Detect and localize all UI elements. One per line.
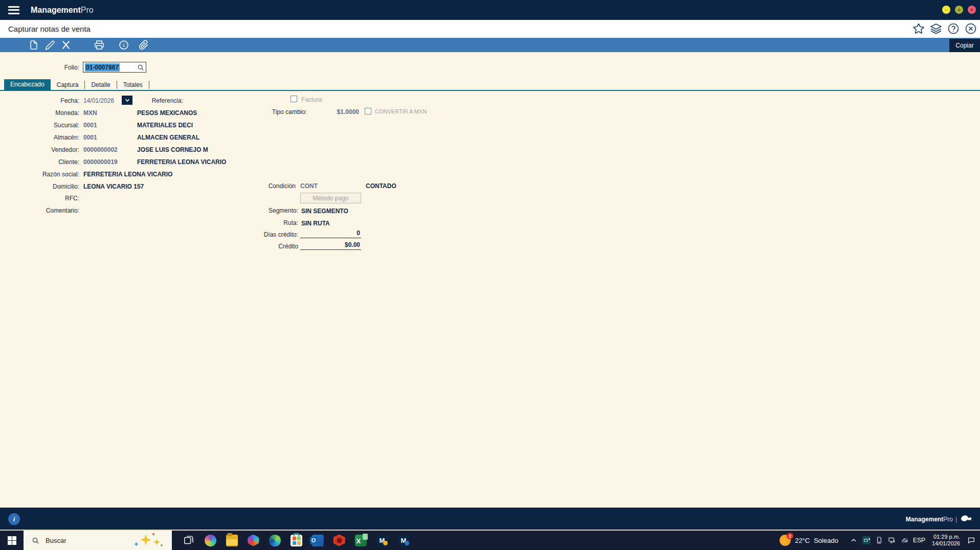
hidden-icons-chevron[interactable] — [849, 536, 858, 545]
sparkle-green-dot — [161, 544, 163, 546]
sucursal-code[interactable]: 0001 — [83, 122, 97, 129]
sparkle-blue-icon — [134, 542, 139, 546]
comentario-label: Comentario: — [3, 207, 79, 214]
layers-icon[interactable] — [930, 22, 942, 35]
weather-desc: Soleado — [814, 537, 838, 544]
tab-detalle[interactable]: Detalle — [85, 81, 117, 89]
moneda-code[interactable]: MXN — [83, 109, 97, 117]
maximize-button[interactable]: + — [955, 6, 963, 14]
sucursal-label: Sucursal: — [3, 122, 79, 129]
footer-brand: ManagementPro | — [906, 514, 973, 524]
managementpro-yellow-icon[interactable]: M — [371, 531, 393, 550]
menu-hamburger-icon[interactable] — [8, 6, 19, 14]
search-text: Buscar — [46, 537, 66, 544]
razon-social-value: FERRETERIA LEONA VICARIO — [83, 171, 172, 178]
favorite-star-icon[interactable] — [912, 22, 925, 35]
application-window: ManagementPro – + × Capturar notas de ve… — [0, 0, 980, 550]
edge-icon[interactable] — [264, 531, 285, 550]
fecha-value[interactable]: 14/01/2026 — [83, 97, 114, 104]
attachment-icon[interactable] — [139, 40, 149, 50]
copy-button[interactable]: Copiar — [949, 39, 980, 52]
minimize-button[interactable]: – — [942, 6, 950, 14]
search-icon[interactable] — [137, 64, 144, 71]
tipo-cambio-label: Tipo cambio: — [215, 108, 307, 116]
copilot-icon[interactable] — [199, 531, 221, 550]
credito-label: Crédito — [205, 243, 298, 250]
metodo-pago-button[interactable]: Método pago — [300, 193, 361, 203]
weather-widget[interactable]: 2 22°C Soleado — [779, 535, 838, 546]
dias-credito-input[interactable]: 0 — [300, 230, 361, 238]
managementpro-blue-icon[interactable]: M — [393, 531, 414, 550]
toolbar: Copiar — [0, 38, 980, 52]
file-explorer-icon[interactable] — [221, 531, 242, 550]
tab-totales[interactable]: Totales — [117, 81, 149, 89]
window-controls: – + × — [942, 6, 976, 14]
tipo-cambio-value[interactable]: $1.0000 — [307, 108, 359, 116]
moneda-label: Moneda: — [3, 109, 79, 117]
footer-brand-bold: Management — [906, 516, 943, 523]
domicilio-value: LEONA VICARIO 157 — [83, 183, 144, 190]
vendedor-desc: JOSE LUIS CORNEJO M — [137, 146, 208, 153]
edit-pencil-icon[interactable] — [45, 40, 55, 50]
network-icon[interactable] — [887, 536, 897, 545]
condicion-label: Condición — [205, 182, 296, 190]
sun-icon: 2 — [779, 535, 791, 546]
ruta-label: Ruta: — [205, 219, 298, 226]
managementpro-tray-icon[interactable] — [862, 536, 871, 545]
footer-separator: | — [955, 516, 957, 523]
copilot-sparkle-icon — [140, 534, 151, 545]
factura-checkbox[interactable] — [291, 96, 297, 102]
tab-encabezado[interactable]: Encabezado — [4, 79, 51, 90]
moneda-desc: PESOS MEXICANOS — [137, 109, 197, 117]
clock[interactable]: 01:29 p.m. 14/01/2026 — [932, 534, 960, 547]
title-bar: ManagementPro – + × — [0, 0, 980, 20]
vendedor-label: Vendedor: — [3, 146, 79, 153]
almacen-desc: ALMACEN GENERAL — [137, 134, 199, 141]
vendedor-code[interactable]: 0000000002 — [83, 146, 118, 153]
almacen-code[interactable]: 0001 — [83, 134, 97, 141]
language-indicator[interactable]: ESP — [913, 537, 925, 544]
cliente-desc: FERRETERIA LEONA VICARIO — [137, 158, 226, 166]
condicion-desc: CONTADO — [366, 182, 396, 190]
notifications-bubble-icon[interactable] — [967, 536, 976, 545]
help-icon[interactable] — [947, 22, 960, 35]
convertir-mxn-checkbox[interactable] — [365, 108, 371, 114]
condicion-code[interactable]: CONT — [300, 182, 318, 190]
task-view-button[interactable] — [178, 531, 199, 550]
info-icon[interactable] — [119, 40, 129, 50]
cloud-offline-icon[interactable] — [900, 536, 909, 545]
delete-x-icon[interactable] — [61, 40, 71, 50]
new-document-icon[interactable] — [29, 40, 39, 50]
store-icon[interactable] — [285, 531, 307, 550]
microsoft-365-icon[interactable] — [242, 531, 264, 550]
brand-bold: Management — [31, 6, 81, 14]
info-circle-icon[interactable]: i — [8, 513, 20, 525]
folio-input[interactable]: 01-0007867 — [83, 62, 146, 73]
print-icon[interactable] — [94, 40, 104, 50]
footer-brand-light: Pro — [943, 516, 953, 523]
credito-input[interactable]: $0.00 — [300, 241, 361, 250]
close-circle-icon[interactable] — [965, 22, 977, 35]
domicilio-label: Domicilio: — [3, 183, 79, 190]
phone-link-icon[interactable] — [875, 536, 884, 545]
outlook-icon[interactable]: O — [307, 531, 328, 550]
almacen-label: Almacén: — [3, 134, 79, 141]
search-icon — [32, 537, 39, 544]
cliente-code[interactable]: 0000000019 — [83, 158, 118, 166]
tab-captura[interactable]: Captura — [51, 81, 85, 89]
snail-logo-icon — [960, 514, 973, 524]
start-button[interactable] — [0, 531, 24, 550]
rfc-label: RFC: — [3, 195, 79, 202]
windows-logo-icon — [8, 536, 16, 545]
excel-icon[interactable]: X — [350, 531, 371, 550]
fecha-label: Fecha: — [3, 97, 79, 104]
dias-credito-label: Días crédito: — [205, 231, 298, 238]
red-cube-app-icon[interactable] — [328, 531, 350, 550]
close-button[interactable]: × — [968, 6, 976, 14]
segmento-label: Segmento: — [205, 207, 298, 214]
taskbar-search[interactable]: Buscar — [24, 531, 172, 550]
ruta-value[interactable]: SIN RUTA — [301, 220, 330, 227]
app-brand: ManagementPro — [31, 6, 94, 15]
segmento-value[interactable]: SIN SEGMENTO — [301, 208, 348, 215]
sucursal-desc: MATERIALES DECI — [137, 122, 193, 129]
